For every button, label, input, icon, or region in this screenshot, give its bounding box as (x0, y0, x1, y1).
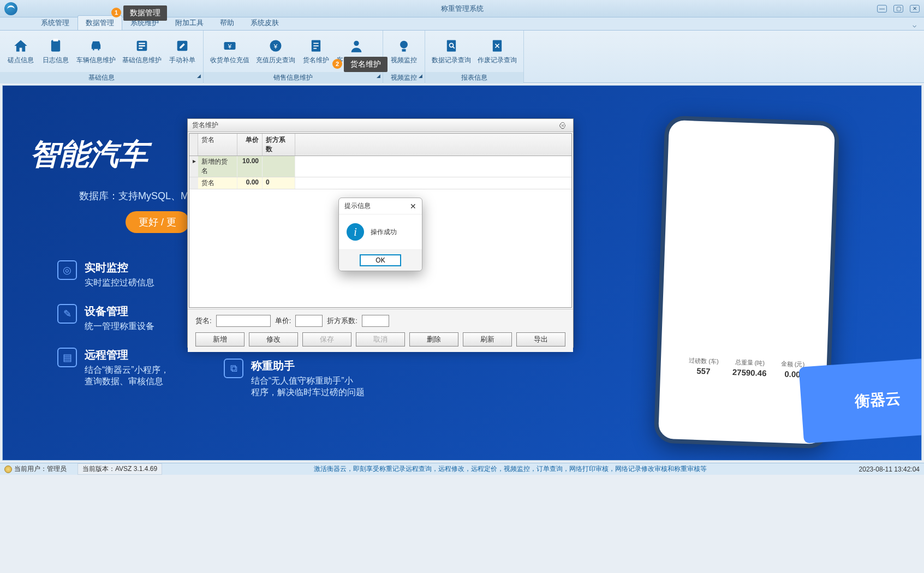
factor-label: 折方系数: (327, 316, 357, 326)
ribbon-void-query[interactable]: 作废记录查询 (474, 33, 520, 70)
menu-tab-help[interactable]: 帮助 (212, 15, 242, 30)
bg-features: ◎ 实时监控实时监控过磅信息 ✎ 设备管理统一管理称重设备 ▤ 远程管理结合“衡… (57, 260, 169, 403)
camera-icon (395, 38, 413, 53)
feature-monitor: ◎ 实时监控实时监控过磅信息 (57, 260, 169, 289)
edit-button[interactable]: 修改 (249, 332, 298, 347)
status-marquee: 激活衡器云，即刻享受称重记录远程查询，远程修改，远程定价，视频监控，订单查询，网… (162, 464, 859, 474)
cancel-button: 取消 (356, 332, 405, 347)
ribbon-video[interactable]: 视频监控 (386, 33, 421, 70)
ribbon-recharge[interactable]: ¥收货单位充值 (207, 33, 253, 70)
price-input[interactable] (295, 315, 323, 327)
msgbox-close-button[interactable]: ✕ (410, 202, 416, 211)
svg-rect-0 (51, 40, 60, 51)
callout-badge-2: 2 (332, 59, 342, 69)
info-icon: i (347, 223, 364, 241)
refresh-button[interactable]: 刷新 (463, 332, 512, 347)
dialog-title-bar[interactable]: 货名维护 ⮾ (188, 119, 573, 132)
ribbon-log-info[interactable]: 日志信息 (38, 33, 73, 70)
status-user-label: 当前用户： (14, 464, 47, 474)
row-indicator-icon: ▸ (189, 156, 198, 177)
edit-icon (174, 38, 191, 53)
callout-tooltip-1: 数据管理 (123, 5, 167, 21)
svg-rect-12 (447, 40, 456, 51)
group-launcher-icon[interactable]: ◢ (377, 73, 380, 79)
callout-badge-1: 1 (111, 8, 121, 17)
truck-graphic: 衡器云 (798, 356, 922, 443)
feature-remote: ▤ 远程管理结合“衡器云”小程序， 查询数据、审核信息 (57, 348, 169, 387)
money-icon: ¥ (221, 38, 239, 53)
bg-heading: 智能汽车 (30, 135, 148, 175)
export-button[interactable]: 导出 (516, 332, 565, 347)
grid-header: 货名 单价 折方系数 (189, 134, 571, 156)
maximize-button[interactable]: ▢ (893, 5, 903, 13)
status-time: 2023-08-11 13:42:04 (859, 465, 920, 473)
ribbon-data-query[interactable]: 数据记录查询 (428, 33, 474, 70)
car-icon (87, 38, 105, 53)
menu-tab-system[interactable]: 系统管理 (33, 15, 78, 30)
svg-rect-1 (53, 39, 58, 41)
app-title: 称重管理系统 (441, 4, 484, 14)
ribbon-vehicle-info[interactable]: 车辆信息维护 (73, 33, 119, 70)
name-label: 货名: (195, 316, 212, 326)
svg-rect-11 (402, 49, 406, 51)
ribbon-group-report: 数据记录查询 作废记录查询 报表信息 (425, 31, 524, 82)
ribbon-manual-order[interactable]: 手动补单 (165, 33, 200, 70)
bg-pill: 更好 / 更 (126, 211, 189, 233)
col-header-name[interactable]: 货名 (198, 134, 237, 156)
ribbon-basic-info[interactable]: 基础信息维护 (119, 33, 165, 70)
msgbox-text: 操作成功 (371, 228, 397, 237)
close-window-button[interactable]: ✕ (910, 5, 920, 13)
ribbon-group-label-video: 视频监控◢ (383, 72, 425, 83)
col-header-factor[interactable]: 折方系数 (263, 134, 295, 156)
phone-stats: 过磅数 (车)557 总重量 (吨)27590.46 金额 (元)0.00 (681, 351, 813, 385)
svg-text:¥: ¥ (273, 42, 278, 49)
clipboard-icon (47, 38, 64, 53)
ribbon-group-label-sales: 销售信息维护◢ (204, 72, 383, 83)
ribbon-group-label-report: 报表信息 (425, 72, 523, 83)
grid-row[interactable]: ▸ 新增的货名 10.00 (189, 156, 571, 177)
app-logo-icon (4, 2, 17, 15)
save-button: 保存 (302, 332, 351, 347)
home-icon (12, 38, 29, 53)
dialog-close-button[interactable]: ⮾ (557, 121, 569, 130)
bg-feature-helper: ⧉ 称重助手结合“无人值守称重助手”小 程序，解决临时车过磅的问题 (224, 359, 365, 414)
delete-button[interactable]: 删除 (409, 332, 458, 347)
doc-icon (307, 38, 325, 53)
add-button[interactable]: 新增 (195, 332, 245, 347)
name-input[interactable] (216, 315, 271, 327)
dialog-form: 货名: 单价: 折方系数: 新增 修改 保存 取消 删除 刷新 导出 (188, 309, 573, 352)
history-icon: ¥ (267, 38, 284, 53)
menu-tab-data[interactable]: 数据管理 (78, 15, 122, 30)
search-doc-icon (443, 38, 460, 53)
svg-point-10 (400, 40, 408, 48)
msgbox-ok-button[interactable]: OK (360, 254, 401, 266)
callout-tooltip-2: 货名维护 (344, 57, 388, 72)
group-launcher-icon[interactable]: ◢ (197, 73, 201, 79)
ribbon-site-info[interactable]: 磋点信息 (3, 33, 38, 70)
ribbon-group-basic: 磋点信息 日志信息 车辆信息维护 基础信息维护 手动补单 基础信息◢ (0, 31, 204, 82)
list-icon (133, 38, 151, 53)
ribbon-recharge-history[interactable]: ¥充值历史查询 (253, 33, 299, 70)
svg-text:¥: ¥ (228, 42, 232, 49)
grid-row[interactable]: 货名 0.00 0 (189, 177, 571, 189)
msgbox-title-bar[interactable]: 提示信息 ✕ (339, 198, 422, 214)
factor-input[interactable] (362, 315, 389, 327)
message-box: 提示信息 ✕ i 操作成功 OK (338, 198, 422, 271)
menu-tab-skin[interactable]: 系统皮肤 (242, 15, 287, 30)
group-launcher-icon[interactable]: ◢ (419, 73, 422, 79)
menu-tab-addon[interactable]: 附加工具 (167, 15, 212, 30)
svg-point-9 (354, 40, 359, 45)
user-icon (4, 465, 12, 473)
minimize-button[interactable]: — (877, 5, 887, 13)
content-area: 智能汽车 数据库：支持MySQL、M 更好 / 更 ◎ 实时监控实时监控过磅信息… (2, 85, 922, 461)
status-bar: 当前用户： 管理员 当前版本：AVSZ 3.1.4.69 激活衡器云，即刻享受称… (0, 463, 924, 475)
ribbon-goods-name[interactable]: 货名维护 (299, 33, 333, 70)
ribbon: 磋点信息 日志信息 车辆信息维护 基础信息维护 手动补单 基础信息◢ ¥收货单位… (0, 31, 924, 83)
price-label: 单价: (275, 316, 291, 326)
helper-icon: ⧉ (224, 359, 243, 378)
ribbon-group-label-basic: 基础信息◢ (0, 72, 203, 83)
feature-device: ✎ 设备管理统一管理称重设备 (57, 304, 169, 332)
col-header-price[interactable]: 单价 (237, 134, 263, 156)
ribbon-expand-button[interactable]: ⌵ (909, 20, 920, 30)
device-icon: ✎ (57, 304, 77, 324)
